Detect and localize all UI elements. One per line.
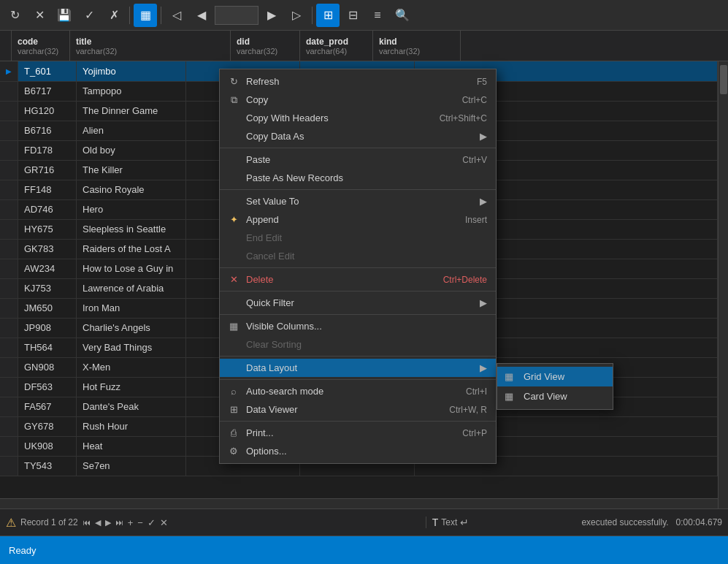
confirm-btn[interactable]: ✓ [147, 517, 156, 528]
menu-item-options[interactable]: ⚙ Options... [220, 442, 496, 460]
next-page-btn[interactable]: ▷ [285, 4, 308, 27]
apply-btn[interactable]: ✓ [77, 4, 101, 27]
cell-code[interactable]: KJ753 [18, 278, 77, 298]
horizontal-scrollbar[interactable] [0, 498, 718, 508]
cell-code[interactable]: FD178 [18, 140, 77, 160]
columns-btn[interactable]: ≡ [366, 4, 389, 27]
prev-record-btn[interactable]: ◀ [95, 518, 101, 527]
menu-item-print[interactable]: ⎙ Print... Ctrl+P [220, 424, 496, 442]
cell-title[interactable]: Heat [77, 436, 186, 456]
search-btn[interactable]: 🔍 [391, 4, 414, 27]
cell-code[interactable]: GN908 [18, 357, 77, 377]
menu-item-refresh[interactable]: ↻ Refresh F5 [220, 72, 496, 91]
cell-title[interactable]: Yojimbo [77, 61, 186, 81]
cell-code[interactable]: UK908 [18, 436, 77, 456]
cell-title[interactable]: Iron Man [77, 298, 186, 318]
cell-code[interactable]: B6716 [18, 121, 77, 140]
menu-item-copy[interactable]: ⧉ Copy Ctrl+C [220, 91, 496, 109]
next-record-btn[interactable]: ▶ [105, 518, 111, 527]
cell-title[interactable]: The Killer [77, 160, 186, 180]
prev-page-btn[interactable]: ◁ [165, 4, 188, 27]
cell-title[interactable]: Sleepless in Seattle [77, 219, 186, 239]
cell-title[interactable]: Very Bad Things [77, 338, 186, 357]
menu-item-copy-data-as[interactable]: Copy Data As ▶ [220, 127, 496, 145]
submenu-item-grid-view[interactable]: ▦ Grid View [497, 367, 613, 386]
col-header-title[interactable]: title varchar(32) [70, 31, 231, 61]
exec-status: executed successfully. 0:00:04.679 [473, 517, 722, 527]
cell-title[interactable]: X-Men [77, 357, 186, 377]
cell-title[interactable]: The Dinner Game [77, 101, 186, 121]
menu-item-copy-headers[interactable]: Copy With Headers Ctrl+Shift+C [220, 109, 496, 127]
row-indicator: ▶ [0, 61, 18, 81]
table2-btn[interactable]: ⊟ [341, 4, 364, 27]
cell-code[interactable]: JM650 [18, 298, 77, 318]
menu-sep-4 [220, 291, 496, 291]
cell-code[interactable]: GR716 [18, 160, 77, 180]
grid-view-btn[interactable]: ▦ [134, 4, 157, 27]
cell-title[interactable]: Dante's Peak [77, 397, 186, 416]
menu-item-delete[interactable]: ✕ Delete Ctrl+Delete [220, 270, 496, 289]
col-header-code[interactable]: code varchar(32) [12, 31, 70, 61]
cell-title[interactable]: Se7en [77, 456, 186, 476]
last-record-btn[interactable]: ⏭ [115, 518, 123, 527]
col-header-did[interactable]: did varchar(32) [231, 31, 300, 61]
row-indicator [0, 101, 18, 121]
row-indicator [0, 219, 18, 239]
cell-title[interactable]: How to Lose a Guy in [77, 259, 186, 278]
menu-item-append[interactable]: ✦ Append Insert [220, 210, 496, 229]
cell-code[interactable]: AW234 [18, 259, 77, 278]
cell-code[interactable]: TY543 [18, 456, 77, 476]
menu-item-data-layout[interactable]: Data Layout ▶ [220, 359, 496, 377]
text-action-btn[interactable]: ↵ [460, 517, 469, 528]
col-header-kind[interactable]: kind varchar(32) [373, 31, 461, 61]
submenu-item-card-view[interactable]: ▦ Card View [497, 386, 613, 406]
arrow-icon: ▶ [480, 131, 487, 142]
cancel-btn[interactable]: ✗ [102, 4, 126, 27]
cell-title[interactable]: Rush Hour [77, 416, 186, 436]
cell-code[interactable]: FA567 [18, 397, 77, 416]
prev-btn[interactable]: ◀ [190, 4, 213, 27]
menu-item-set-value[interactable]: Set Value To ▶ [220, 192, 496, 210]
menu-item-visible-cols[interactable]: ▦ Visible Columns... [220, 317, 496, 335]
menu-item-paste-new[interactable]: Paste As New Records [220, 169, 496, 187]
menu-item-paste[interactable]: Paste Ctrl+V [220, 150, 496, 169]
dismiss-btn[interactable]: ✕ [160, 517, 168, 528]
cell-title[interactable]: Raiders of the Lost A [77, 239, 186, 259]
first-record-btn[interactable]: ⏮ [83, 518, 91, 527]
table-view-btn[interactable]: ⊞ [316, 4, 340, 27]
cell-title[interactable]: Hot Fuzz [77, 377, 186, 397]
stop-btn[interactable]: ✕ [28, 4, 51, 27]
text-icon: T [432, 517, 439, 528]
cell-title[interactable]: Alien [77, 121, 186, 140]
cell-code[interactable]: GK783 [18, 239, 77, 259]
menu-item-data-viewer[interactable]: ⊞ Data Viewer Ctrl+W, R [220, 400, 496, 419]
menu-item-quick-filter[interactable]: Quick Filter ▶ [220, 294, 496, 312]
cell-title[interactable]: Tampopo [77, 81, 186, 101]
cell-code[interactable]: T_601 [18, 61, 77, 81]
menu-item-auto-search[interactable]: ⌕ Auto-search mode Ctrl+I [220, 382, 496, 400]
cell-title[interactable]: Lawrence of Arabia [77, 278, 186, 298]
scrollbar-thumb[interactable] [720, 65, 727, 94]
remove-record-btn[interactable]: − [137, 517, 143, 528]
cell-code[interactable]: HY675 [18, 219, 77, 239]
add-record-btn[interactable]: + [128, 517, 134, 528]
cell-code[interactable]: HG120 [18, 101, 77, 121]
cell-code[interactable]: FF148 [18, 180, 77, 199]
cell-code[interactable]: TH564 [18, 338, 77, 357]
col-header-dateprod[interactable]: date_prod varchar(64) [300, 31, 373, 61]
cell-code[interactable]: AD746 [18, 199, 77, 219]
cell-code[interactable]: GY678 [18, 416, 77, 436]
row-indicator [0, 377, 18, 397]
save-btn[interactable]: 💾 [53, 4, 76, 27]
refresh-btn[interactable]: ↻ [3, 4, 26, 27]
cell-title[interactable]: Casino Royale [77, 180, 186, 199]
cell-code[interactable]: B6717 [18, 81, 77, 101]
cell-title[interactable]: Hero [77, 199, 186, 219]
cell-code[interactable]: JP908 [18, 318, 77, 338]
cell-title[interactable]: Old boy [77, 140, 186, 160]
next-btn[interactable]: ▶ [260, 4, 283, 27]
record-number-input[interactable]: 1000 [215, 6, 258, 25]
vertical-scrollbar[interactable] [718, 61, 728, 508]
cell-code[interactable]: DF563 [18, 377, 77, 397]
cell-title[interactable]: Charlie's Angels [77, 318, 186, 338]
